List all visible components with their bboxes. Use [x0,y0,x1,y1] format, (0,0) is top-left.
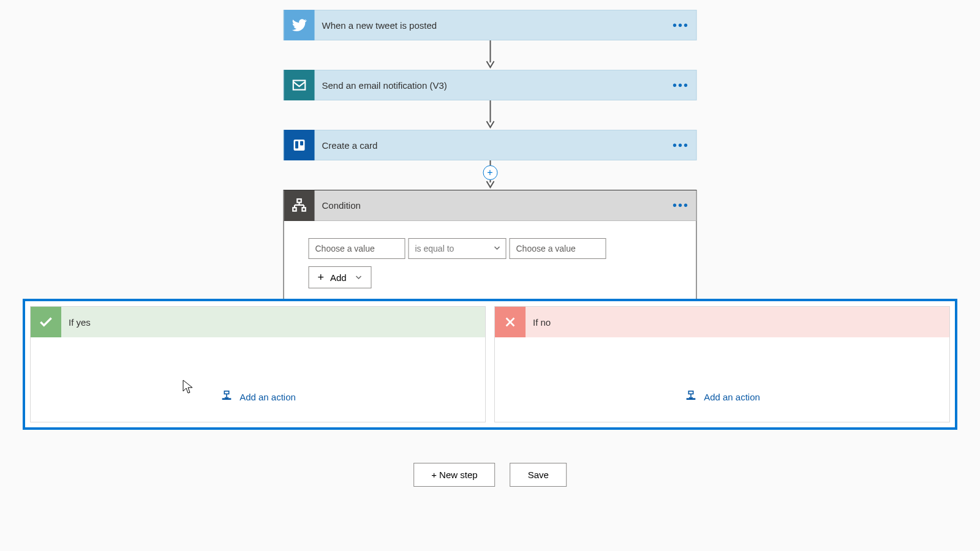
step-twitter[interactable]: When a new tweet is posted ••• [284,10,697,40]
step-email-menu[interactable]: ••• [666,78,696,92]
check-icon [31,307,61,337]
branch-yes-header[interactable]: If yes [31,307,485,337]
add-action-icon [220,390,233,403]
close-icon [495,307,526,337]
chevron-down-icon [494,244,501,253]
branch-yes-add-action[interactable]: Add an action [220,390,296,403]
branch-no-header[interactable]: If no [495,307,949,337]
condition-header[interactable]: Condition ••• [284,190,696,221]
add-action-icon [684,390,698,403]
trello-icon [284,130,315,160]
branch-no-add-action-label: Add an action [704,392,760,402]
condition-title: Condition [315,200,666,211]
plus-icon: + [318,271,325,284]
step-twitter-title: When a new tweet is posted [315,20,666,31]
condition-menu[interactable]: ••• [666,198,696,212]
svg-rect-12 [293,208,296,211]
svg-rect-17 [688,391,693,394]
step-trello[interactable]: Create a card ••• [284,130,697,160]
svg-rect-5 [300,141,303,146]
svg-rect-1 [293,80,306,89]
add-condition-button[interactable]: + Add [309,266,372,288]
svg-rect-7 [297,199,301,202]
branch-if-no: If no Add an action [494,306,950,422]
step-twitter-menu[interactable]: ••• [666,18,696,32]
branch-yes-title: If yes [61,317,91,328]
branch-no-title: If no [526,317,551,328]
step-trello-title: Create a card [315,140,666,151]
condition-body: Choose a value is equal to Choose a valu… [284,221,696,303]
condition-operator-label: is equal to [415,244,454,253]
condition-icon [284,190,315,221]
svg-rect-13 [302,208,305,211]
flow-column: When a new tweet is posted ••• Send an e… [284,10,697,304]
step-email-title: Send an email notification (V3) [315,80,666,91]
connector-2 [284,100,697,130]
footer-actions: + New step Save [413,463,567,487]
connector-3: + [284,160,697,190]
insert-step-button[interactable]: + [483,165,497,180]
condition-branches: If yes Add an action I [23,299,957,430]
condition-block: Condition ••• Choose a value is equal to… [284,190,697,304]
save-button[interactable]: Save [510,463,567,487]
branch-no-add-action[interactable]: Add an action [684,390,760,403]
branch-yes-add-action-label: Add an action [239,392,296,402]
condition-operator-select[interactable]: is equal to [409,238,507,259]
add-condition-label: Add [330,272,347,283]
step-trello-menu[interactable]: ••• [666,138,696,152]
svg-rect-4 [295,141,298,149]
mail-icon [284,70,315,100]
condition-left-value[interactable]: Choose a value [309,238,405,259]
new-step-button[interactable]: + New step [413,463,495,487]
twitter-icon [284,10,315,40]
connector-1 [284,40,697,70]
svg-rect-14 [224,391,228,394]
branch-if-yes: If yes Add an action [30,306,486,422]
condition-right-value[interactable]: Choose a value [510,238,606,259]
chevron-down-icon [355,272,363,283]
step-email[interactable]: Send an email notification (V3) ••• [284,70,697,100]
